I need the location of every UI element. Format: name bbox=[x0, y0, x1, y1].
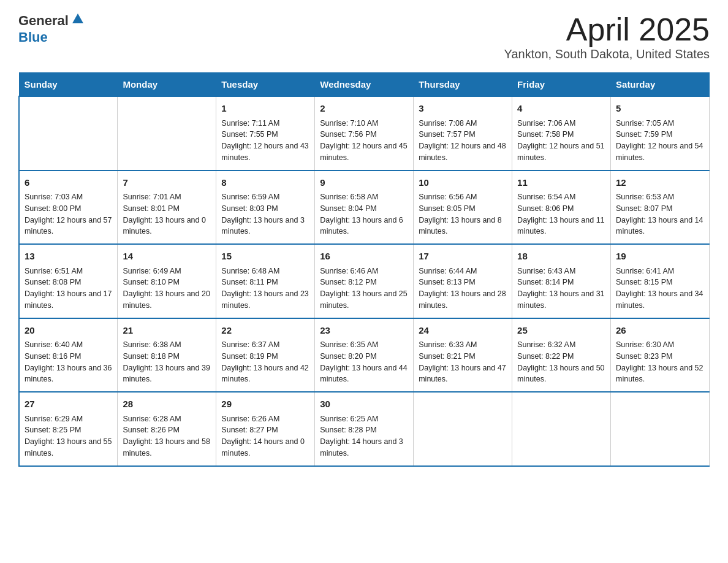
day-number: 19 bbox=[616, 250, 704, 264]
sun-info: Sunrise: 6:26 AMSunset: 8:27 PMDaylight:… bbox=[221, 413, 309, 459]
day-number: 25 bbox=[517, 324, 605, 338]
day-cell: 28Sunrise: 6:28 AMSunset: 8:26 PMDayligh… bbox=[118, 392, 216, 466]
day-number: 21 bbox=[123, 324, 211, 338]
day-cell: 10Sunrise: 6:56 AMSunset: 8:05 PMDayligh… bbox=[414, 170, 512, 245]
sun-info: Sunrise: 6:48 AMSunset: 8:11 PMDaylight:… bbox=[221, 266, 309, 312]
day-number: 26 bbox=[616, 324, 704, 338]
day-number: 15 bbox=[221, 250, 309, 264]
col-header-wednesday: Wednesday bbox=[315, 73, 414, 97]
day-number: 4 bbox=[517, 102, 605, 116]
calendar-table: SundayMondayTuesdayWednesdayThursdayFrid… bbox=[18, 72, 710, 467]
day-cell: 23Sunrise: 6:35 AMSunset: 8:20 PMDayligh… bbox=[315, 318, 414, 393]
sun-info: Sunrise: 6:44 AMSunset: 8:13 PMDaylight:… bbox=[419, 266, 507, 312]
week-row-4: 20Sunrise: 6:40 AMSunset: 8:16 PMDayligh… bbox=[19, 318, 710, 393]
page-header: General Blue April 2025 Yankton, South D… bbox=[18, 12, 710, 61]
sun-info: Sunrise: 6:59 AMSunset: 8:03 PMDaylight:… bbox=[221, 191, 309, 237]
day-number: 22 bbox=[221, 324, 309, 338]
day-cell: 7Sunrise: 7:01 AMSunset: 8:01 PMDaylight… bbox=[118, 170, 216, 245]
sun-info: Sunrise: 6:51 AMSunset: 8:08 PMDaylight:… bbox=[25, 266, 112, 312]
day-cell: 21Sunrise: 6:38 AMSunset: 8:18 PMDayligh… bbox=[118, 318, 216, 393]
day-number: 6 bbox=[25, 176, 112, 190]
day-cell: 30Sunrise: 6:25 AMSunset: 8:28 PMDayligh… bbox=[315, 392, 414, 466]
sun-info: Sunrise: 6:40 AMSunset: 8:16 PMDaylight:… bbox=[25, 339, 112, 385]
day-number: 17 bbox=[419, 250, 507, 264]
day-number: 12 bbox=[616, 176, 704, 190]
day-cell: 8Sunrise: 6:59 AMSunset: 8:03 PMDaylight… bbox=[216, 170, 315, 245]
day-cell bbox=[611, 392, 710, 466]
sun-info: Sunrise: 7:08 AMSunset: 7:57 PMDaylight:… bbox=[419, 118, 507, 164]
day-cell: 14Sunrise: 6:49 AMSunset: 8:10 PMDayligh… bbox=[118, 244, 216, 318]
title-block: April 2025 Yankton, South Dakota, United… bbox=[504, 12, 710, 61]
sun-info: Sunrise: 6:58 AMSunset: 8:04 PMDaylight:… bbox=[320, 191, 408, 237]
day-cell: 24Sunrise: 6:33 AMSunset: 8:21 PMDayligh… bbox=[414, 318, 512, 393]
day-cell: 15Sunrise: 6:48 AMSunset: 8:11 PMDayligh… bbox=[216, 244, 315, 318]
day-number: 13 bbox=[25, 250, 112, 264]
col-header-thursday: Thursday bbox=[414, 73, 512, 97]
week-row-1: 1Sunrise: 7:11 AMSunset: 7:55 PMDaylight… bbox=[19, 96, 710, 170]
sun-info: Sunrise: 7:01 AMSunset: 8:01 PMDaylight:… bbox=[123, 191, 211, 237]
day-cell: 1Sunrise: 7:11 AMSunset: 7:55 PMDaylight… bbox=[216, 96, 315, 170]
day-cell: 17Sunrise: 6:44 AMSunset: 8:13 PMDayligh… bbox=[414, 244, 512, 318]
sun-info: Sunrise: 6:43 AMSunset: 8:14 PMDaylight:… bbox=[517, 266, 605, 312]
sun-info: Sunrise: 7:10 AMSunset: 7:56 PMDaylight:… bbox=[320, 118, 408, 164]
sun-info: Sunrise: 6:41 AMSunset: 8:15 PMDaylight:… bbox=[616, 266, 704, 312]
day-number: 3 bbox=[419, 102, 507, 116]
sun-info: Sunrise: 6:30 AMSunset: 8:23 PMDaylight:… bbox=[616, 339, 704, 385]
sun-info: Sunrise: 6:54 AMSunset: 8:06 PMDaylight:… bbox=[517, 191, 605, 237]
day-number: 9 bbox=[320, 176, 408, 190]
day-cell: 18Sunrise: 6:43 AMSunset: 8:14 PMDayligh… bbox=[512, 244, 611, 318]
day-number: 11 bbox=[517, 176, 605, 190]
logo: General Blue bbox=[18, 12, 85, 45]
day-cell: 3Sunrise: 7:08 AMSunset: 7:57 PMDaylight… bbox=[414, 96, 512, 170]
sun-info: Sunrise: 6:25 AMSunset: 8:28 PMDaylight:… bbox=[320, 413, 408, 459]
day-cell: 2Sunrise: 7:10 AMSunset: 7:56 PMDaylight… bbox=[315, 96, 414, 170]
day-number: 8 bbox=[221, 176, 309, 190]
day-cell: 6Sunrise: 7:03 AMSunset: 8:00 PMDaylight… bbox=[19, 170, 118, 245]
day-number: 23 bbox=[320, 324, 408, 338]
day-number: 29 bbox=[221, 397, 309, 412]
day-number: 30 bbox=[320, 397, 408, 412]
col-header-monday: Monday bbox=[118, 73, 216, 97]
day-number: 18 bbox=[517, 250, 605, 264]
page-subtitle: Yankton, South Dakota, United States bbox=[504, 47, 710, 61]
sun-info: Sunrise: 7:03 AMSunset: 8:00 PMDaylight:… bbox=[25, 191, 112, 237]
day-number: 14 bbox=[123, 250, 211, 264]
day-cell: 27Sunrise: 6:29 AMSunset: 8:25 PMDayligh… bbox=[19, 392, 118, 466]
day-cell: 4Sunrise: 7:06 AMSunset: 7:58 PMDaylight… bbox=[512, 96, 611, 170]
sun-info: Sunrise: 7:11 AMSunset: 7:55 PMDaylight:… bbox=[221, 118, 309, 164]
day-cell: 9Sunrise: 6:58 AMSunset: 8:04 PMDaylight… bbox=[315, 170, 414, 245]
week-row-2: 6Sunrise: 7:03 AMSunset: 8:00 PMDaylight… bbox=[19, 170, 710, 245]
day-cell: 19Sunrise: 6:41 AMSunset: 8:15 PMDayligh… bbox=[611, 244, 710, 318]
day-cell: 22Sunrise: 6:37 AMSunset: 8:19 PMDayligh… bbox=[216, 318, 315, 393]
day-cell bbox=[118, 96, 216, 170]
day-cell: 13Sunrise: 6:51 AMSunset: 8:08 PMDayligh… bbox=[19, 244, 118, 318]
day-cell: 16Sunrise: 6:46 AMSunset: 8:12 PMDayligh… bbox=[315, 244, 414, 318]
sun-info: Sunrise: 6:38 AMSunset: 8:18 PMDaylight:… bbox=[123, 339, 211, 385]
day-number: 16 bbox=[320, 250, 408, 264]
day-cell: 12Sunrise: 6:53 AMSunset: 8:07 PMDayligh… bbox=[611, 170, 710, 245]
col-header-tuesday: Tuesday bbox=[216, 73, 315, 97]
sun-info: Sunrise: 6:33 AMSunset: 8:21 PMDaylight:… bbox=[419, 339, 507, 385]
sun-info: Sunrise: 6:35 AMSunset: 8:20 PMDaylight:… bbox=[320, 339, 408, 385]
sun-info: Sunrise: 6:28 AMSunset: 8:26 PMDaylight:… bbox=[123, 413, 211, 459]
day-cell: 20Sunrise: 6:40 AMSunset: 8:16 PMDayligh… bbox=[19, 318, 118, 393]
day-number: 28 bbox=[123, 397, 211, 412]
day-cell: 5Sunrise: 7:05 AMSunset: 7:59 PMDaylight… bbox=[611, 96, 710, 170]
svg-marker-0 bbox=[72, 13, 83, 23]
day-number: 2 bbox=[320, 102, 408, 116]
sun-info: Sunrise: 6:56 AMSunset: 8:05 PMDaylight:… bbox=[419, 191, 507, 237]
day-cell: 26Sunrise: 6:30 AMSunset: 8:23 PMDayligh… bbox=[611, 318, 710, 393]
sun-info: Sunrise: 6:32 AMSunset: 8:22 PMDaylight:… bbox=[517, 339, 605, 385]
day-number: 27 bbox=[25, 397, 112, 412]
day-cell bbox=[414, 392, 512, 466]
sun-info: Sunrise: 7:05 AMSunset: 7:59 PMDaylight:… bbox=[616, 118, 704, 164]
col-header-saturday: Saturday bbox=[611, 73, 710, 97]
sun-info: Sunrise: 6:46 AMSunset: 8:12 PMDaylight:… bbox=[320, 266, 408, 312]
logo-arrow-icon bbox=[71, 12, 85, 26]
day-cell bbox=[512, 392, 611, 466]
week-row-5: 27Sunrise: 6:29 AMSunset: 8:25 PMDayligh… bbox=[19, 392, 710, 466]
page-title: April 2025 bbox=[504, 12, 710, 47]
day-cell: 11Sunrise: 6:54 AMSunset: 8:06 PMDayligh… bbox=[512, 170, 611, 245]
day-cell: 29Sunrise: 6:26 AMSunset: 8:27 PMDayligh… bbox=[216, 392, 315, 466]
sun-info: Sunrise: 6:37 AMSunset: 8:19 PMDaylight:… bbox=[221, 339, 309, 385]
